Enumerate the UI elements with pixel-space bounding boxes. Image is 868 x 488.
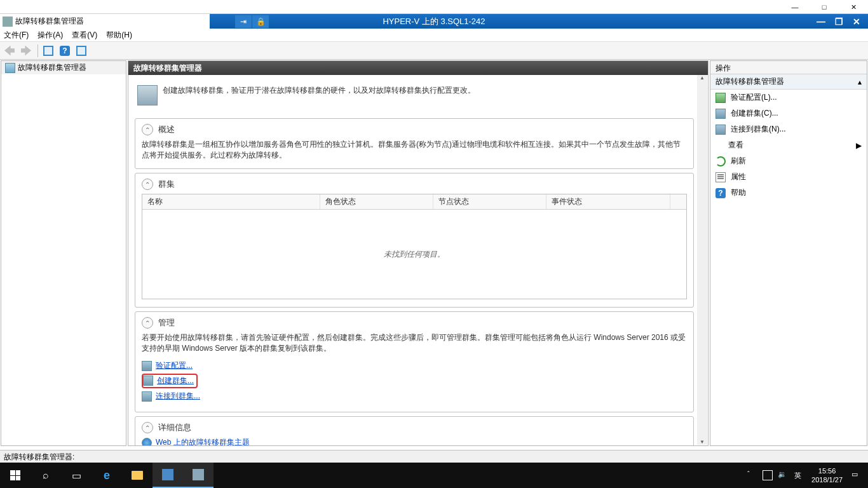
col-node-status[interactable]: 节点状态 [433,194,546,209]
tree-root-label: 故障转移群集管理器 [18,62,86,73]
action-properties-label: 属性 [731,172,746,182]
create-cluster-link[interactable]: 创建群集... [157,376,194,386]
manage-section: ⌃ 管理 若要开始使用故障转移群集，请首先验证硬件配置，然后创建群集。完成这些步… [135,311,694,412]
menu-view[interactable]: 查看(V) [72,30,97,41]
actions-pane: 操作 故障转移群集管理器 ▴ 验证配置(L)... 创建群集(C)... 连接到… [710,60,867,446]
clusters-title: 群集 [158,179,175,190]
tree-root-item[interactable]: 故障转移群集管理器 [1,61,126,74]
action-help[interactable]: ? 帮助 [710,185,867,201]
menubar: 文件(F) 操作(A) 查看(V) 帮助(H) [0,29,868,42]
inner-restore-button[interactable]: ❐ [830,15,848,28]
col-role-status[interactable]: 角色状态 [320,194,433,209]
actions-section-header[interactable]: 故障转移群集管理器 ▴ [710,74,867,90]
web-topic-link[interactable]: Web 上的故障转移群集主题 [156,437,250,446]
action-connect-cluster[interactable]: 连接到群集(N)... [710,121,867,137]
ie-icon: e [104,469,110,482]
taskbar-search[interactable]: ⌕ [31,463,61,488]
cluster-intro-icon [137,85,158,105]
overview-collapse-button[interactable]: ⌃ [142,124,153,135]
details-section: ⌃ 详细信息 Web 上的故障转移群集主题 Web 上的故障转移群集社区 [135,416,694,446]
outer-titlebar: — □ ✕ [0,0,868,14]
col-name[interactable]: 名称 [142,194,320,209]
actions-pane-title: 操作 [710,61,867,74]
search-icon: ⌕ [43,470,49,481]
inner-close-button[interactable]: ✕ [848,15,865,28]
outer-close-button[interactable]: ✕ [839,0,868,14]
lock-button[interactable]: 🔒 [252,15,269,28]
nav-back-button[interactable] [2,44,17,58]
validate-config-link[interactable]: 验证配置... [156,360,193,371]
manage-collapse-button[interactable]: ⌃ [142,317,153,329]
globe-icon [142,438,152,447]
clock-date: 2018/1/27 [811,475,843,484]
taskbar-clock[interactable]: 15:56 2018/1/27 [811,466,843,485]
nav-forward-button[interactable] [18,44,34,58]
center-header: 故障转移群集管理器 [128,61,708,75]
taskbar-server-manager[interactable] [153,463,183,488]
highlight-box: 创建群集... [142,374,198,388]
console-tree-icon [43,46,53,56]
help-icon: ? [60,46,70,56]
connect-icon [142,391,152,402]
action-properties[interactable]: 属性 [710,169,867,185]
col-event-status[interactable]: 事件状态 [546,194,670,209]
outer-minimize-button[interactable]: — [780,0,810,14]
windows-logo-icon [10,470,20,480]
create-cluster-icon [143,376,153,386]
system-tray: ˆ 🔉 英 15:56 2018/1/27 ▭ [745,466,864,485]
actions-section-label: 故障转移群集管理器 [715,76,784,87]
clusters-collapse-button[interactable]: ⌃ [142,179,153,190]
overview-text: 故障转移群集是一组相互协作以增加服务器角色可用性的独立计算机。群集服务器(称为节… [142,139,687,161]
action-validate[interactable]: 验证配置(L)... [710,90,867,105]
help-button[interactable]: ? [57,44,72,58]
connect-cluster-icon [715,125,726,135]
workspace: 故障转移群集管理器 故障转移群集管理器 创建故障转移群集，验证用于潜在故障转移群… [0,60,868,447]
refresh-icon [715,156,726,166]
volume-icon[interactable]: 🔉 [778,470,788,480]
folder-icon [132,471,143,480]
pin-button[interactable]: ⇥ [235,15,252,28]
menu-help[interactable]: 帮助(H) [106,30,132,41]
action-view[interactable]: 查看 ▶ [710,137,867,153]
menu-file[interactable]: 文件(F) [4,30,29,41]
action-create-cluster[interactable]: 创建群集(C)... [710,105,867,121]
toolbar: ? [0,42,868,60]
back-icon [4,46,15,56]
submenu-arrow-icon: ▶ [856,141,862,150]
menu-action[interactable]: 操作(A) [37,30,63,41]
ime-indicator[interactable]: 英 [794,471,801,480]
properties-toolbar-button[interactable] [74,44,89,58]
details-title: 详细信息 [158,422,191,433]
forward-icon [21,46,31,56]
validate-config-link-row: 验证配置... [142,360,687,371]
validate-icon [715,93,726,103]
server-manager-icon [162,469,173,480]
intro-text: 创建故障转移群集，验证用于潜在故障转移群集的硬件，以及对故障转移群集执行配置更改… [163,85,475,105]
taskbar-ie[interactable]: e [92,463,122,488]
center-scrollbar[interactable] [697,75,707,445]
start-button[interactable] [0,463,31,488]
hyperv-titlebar: 故障转移群集管理器 ⇥ 🔒 HYPER-V 上的 3.SQL1-242 — ❐ … [0,14,868,29]
vm-connection-title: HYPER-V 上的 3.SQL1-242 [383,16,485,27]
details-collapse-button[interactable]: ⌃ [142,422,153,433]
overview-title: 概述 [158,124,175,135]
cluster-manager-icon [193,469,204,480]
validate-icon [142,361,152,371]
show-hide-console-button[interactable] [41,44,56,58]
manage-title: 管理 [158,317,175,329]
taskbar-cluster-manager[interactable] [183,463,214,488]
task-view-button[interactable]: ▭ [61,463,92,488]
action-refresh[interactable]: 刷新 [710,153,867,169]
connect-cluster-link[interactable]: 连接到群集... [156,391,200,402]
tray-up-icon[interactable]: ˆ [747,470,757,480]
outer-maximize-button[interactable]: □ [810,0,839,14]
taskbar-explorer[interactable] [122,463,153,488]
collapse-arrow-icon: ▴ [858,78,862,86]
action-center-icon[interactable]: ▭ [851,470,862,480]
inner-minimize-button[interactable]: — [812,15,830,28]
toolbar-separator [37,44,38,57]
network-icon[interactable] [763,470,773,480]
action-validate-label: 验证配置(L)... [731,92,777,103]
properties-icon [715,172,726,182]
taskbar: ⌕ ▭ e ˆ 🔉 英 15:56 2018/1/27 ▭ [0,463,868,488]
